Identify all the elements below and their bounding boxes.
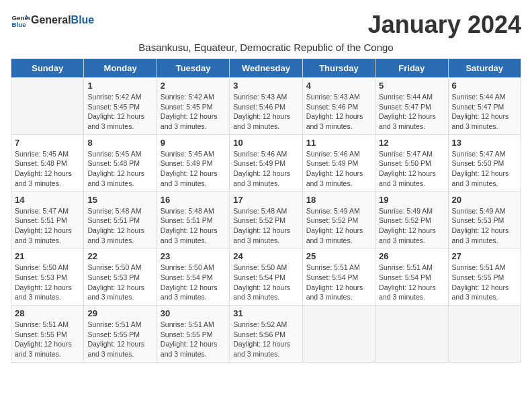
header: General Blue GeneralBlue January 2024 [11,11,521,39]
day-of-week-header: Thursday [302,59,375,78]
day-number: 10 [233,138,298,148]
day-info: Sunrise: 5:47 AM Sunset: 5:50 PM Dayligh… [452,149,517,189]
svg-text:Blue: Blue [11,21,26,28]
calendar-cell: 26Sunrise: 5:51 AM Sunset: 5:54 PM Dayli… [375,248,448,306]
day-info: Sunrise: 5:45 AM Sunset: 5:49 PM Dayligh… [161,149,226,189]
day-number: 7 [15,138,80,148]
day-number: 15 [87,195,152,205]
day-number: 19 [379,195,444,205]
day-number: 16 [161,195,226,205]
calendar-cell: 4Sunrise: 5:43 AM Sunset: 5:46 PM Daylig… [302,78,375,135]
day-number: 4 [306,81,371,91]
calendar-cell: 14Sunrise: 5:47 AM Sunset: 5:51 PM Dayli… [11,191,84,248]
calendar-cell [448,306,521,363]
day-number: 31 [233,308,298,318]
calendar-cell: 3Sunrise: 5:43 AM Sunset: 5:46 PM Daylig… [230,78,302,135]
calendar-cell: 30Sunrise: 5:51 AM Sunset: 5:55 PM Dayli… [157,306,229,363]
calendar-cell: 24Sunrise: 5:50 AM Sunset: 5:54 PM Dayli… [230,248,302,306]
calendar-cell: 17Sunrise: 5:48 AM Sunset: 5:52 PM Dayli… [230,191,302,248]
day-info: Sunrise: 5:46 AM Sunset: 5:49 PM Dayligh… [233,149,298,189]
day-info: Sunrise: 5:51 AM Sunset: 5:55 PM Dayligh… [452,263,517,302]
calendar-cell [375,306,448,363]
day-number: 27 [452,251,517,261]
calendar-cell: 7Sunrise: 5:45 AM Sunset: 5:48 PM Daylig… [11,134,84,191]
day-info: Sunrise: 5:45 AM Sunset: 5:48 PM Dayligh… [15,149,80,189]
day-info: Sunrise: 5:44 AM Sunset: 5:47 PM Dayligh… [452,92,517,132]
day-info: Sunrise: 5:48 AM Sunset: 5:52 PM Dayligh… [233,206,298,246]
calendar-header-row: SundayMondayTuesdayWednesdayThursdayFrid… [11,59,521,78]
day-number: 26 [379,251,444,261]
day-info: Sunrise: 5:51 AM Sunset: 5:55 PM Dayligh… [15,320,80,359]
day-number: 1 [87,81,152,91]
day-number: 23 [161,251,226,261]
calendar-cell: 11Sunrise: 5:46 AM Sunset: 5:49 PM Dayli… [302,134,375,191]
day-number: 8 [87,138,152,148]
day-info: Sunrise: 5:48 AM Sunset: 5:51 PM Dayligh… [161,206,226,246]
day-info: Sunrise: 5:51 AM Sunset: 5:54 PM Dayligh… [379,263,444,302]
day-number: 24 [233,251,298,261]
day-of-week-header: Wednesday [230,59,302,78]
calendar-cell: 12Sunrise: 5:47 AM Sunset: 5:50 PM Dayli… [375,134,448,191]
day-info: Sunrise: 5:51 AM Sunset: 5:55 PM Dayligh… [87,320,152,359]
day-info: Sunrise: 5:50 AM Sunset: 5:54 PM Dayligh… [161,263,226,302]
day-number: 2 [161,81,226,91]
calendar-cell: 27Sunrise: 5:51 AM Sunset: 5:55 PM Dayli… [448,248,521,306]
calendar-cell: 2Sunrise: 5:42 AM Sunset: 5:45 PM Daylig… [157,78,229,135]
day-info: Sunrise: 5:46 AM Sunset: 5:49 PM Dayligh… [306,149,371,189]
calendar-table: SundayMondayTuesdayWednesdayThursdayFrid… [11,58,521,363]
logo: General Blue GeneralBlue [11,11,94,30]
calendar-cell: 31Sunrise: 5:52 AM Sunset: 5:56 PM Dayli… [230,306,302,363]
calendar-cell: 28Sunrise: 5:51 AM Sunset: 5:55 PM Dayli… [11,306,84,363]
day-info: Sunrise: 5:48 AM Sunset: 5:51 PM Dayligh… [87,206,152,246]
subtitle: Basankusu, Equateur, Democratic Republic… [11,42,521,53]
calendar-cell: 1Sunrise: 5:42 AM Sunset: 5:45 PM Daylig… [84,78,157,135]
calendar-cell: 9Sunrise: 5:45 AM Sunset: 5:49 PM Daylig… [157,134,229,191]
day-number: 29 [87,308,152,318]
day-info: Sunrise: 5:47 AM Sunset: 5:51 PM Dayligh… [15,206,80,246]
calendar-cell: 18Sunrise: 5:49 AM Sunset: 5:52 PM Dayli… [302,191,375,248]
calendar-cell: 8Sunrise: 5:45 AM Sunset: 5:48 PM Daylig… [84,134,157,191]
day-info: Sunrise: 5:49 AM Sunset: 5:53 PM Dayligh… [452,206,517,246]
calendar-cell: 22Sunrise: 5:50 AM Sunset: 5:53 PM Dayli… [84,248,157,306]
calendar-cell [11,78,84,135]
day-number: 6 [452,81,517,91]
calendar-cell: 6Sunrise: 5:44 AM Sunset: 5:47 PM Daylig… [448,78,521,135]
day-number: 5 [379,81,444,91]
day-info: Sunrise: 5:51 AM Sunset: 5:54 PM Dayligh… [306,263,371,302]
calendar-week-row: 21Sunrise: 5:50 AM Sunset: 5:53 PM Dayli… [11,248,521,306]
logo-blue: Blue [71,14,95,26]
calendar-cell: 15Sunrise: 5:48 AM Sunset: 5:51 PM Dayli… [84,191,157,248]
calendar-cell [302,306,375,363]
day-info: Sunrise: 5:44 AM Sunset: 5:47 PM Dayligh… [379,92,444,132]
day-info: Sunrise: 5:49 AM Sunset: 5:52 PM Dayligh… [379,206,444,246]
calendar-cell: 5Sunrise: 5:44 AM Sunset: 5:47 PM Daylig… [375,78,448,135]
day-number: 28 [15,308,80,318]
day-number: 12 [379,138,444,148]
calendar-cell: 13Sunrise: 5:47 AM Sunset: 5:50 PM Dayli… [448,134,521,191]
day-number: 30 [161,308,226,318]
calendar-week-row: 1Sunrise: 5:42 AM Sunset: 5:45 PM Daylig… [11,78,521,135]
day-of-week-header: Tuesday [157,59,229,78]
day-info: Sunrise: 5:49 AM Sunset: 5:52 PM Dayligh… [306,206,371,246]
day-of-week-header: Sunday [11,59,84,78]
day-info: Sunrise: 5:42 AM Sunset: 5:45 PM Dayligh… [87,92,152,132]
day-info: Sunrise: 5:47 AM Sunset: 5:50 PM Dayligh… [379,149,444,189]
calendar-week-row: 7Sunrise: 5:45 AM Sunset: 5:48 PM Daylig… [11,134,521,191]
day-number: 14 [15,195,80,205]
calendar-cell: 20Sunrise: 5:49 AM Sunset: 5:53 PM Dayli… [448,191,521,248]
day-number: 20 [452,195,517,205]
day-number: 21 [15,251,80,261]
day-number: 13 [452,138,517,148]
day-number: 18 [306,195,371,205]
day-number: 9 [161,138,226,148]
day-number: 11 [306,138,371,148]
calendar-cell: 21Sunrise: 5:50 AM Sunset: 5:53 PM Dayli… [11,248,84,306]
day-info: Sunrise: 5:42 AM Sunset: 5:45 PM Dayligh… [161,92,226,132]
calendar-cell: 23Sunrise: 5:50 AM Sunset: 5:54 PM Dayli… [157,248,229,306]
day-of-week-header: Friday [375,59,448,78]
day-info: Sunrise: 5:43 AM Sunset: 5:46 PM Dayligh… [233,92,298,132]
calendar-cell: 16Sunrise: 5:48 AM Sunset: 5:51 PM Dayli… [157,191,229,248]
day-info: Sunrise: 5:50 AM Sunset: 5:54 PM Dayligh… [233,263,298,302]
day-number: 22 [87,251,152,261]
calendar-cell: 29Sunrise: 5:51 AM Sunset: 5:55 PM Dayli… [84,306,157,363]
